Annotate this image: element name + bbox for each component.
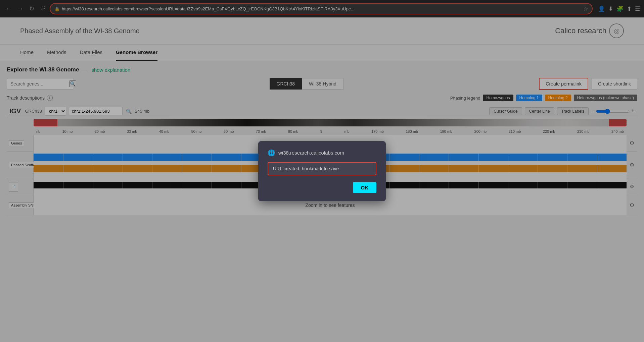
modal-ok-button[interactable]: OK xyxy=(353,182,377,193)
modal-url-box: URL created, bookmark to save xyxy=(268,162,376,175)
modal-overlay: 🌐 wi38.research.calicolabs.com URL creat… xyxy=(0,0,644,342)
modal-dialog: 🌐 wi38.research.calicolabs.com URL creat… xyxy=(258,141,386,201)
modal-globe-icon: 🌐 xyxy=(268,149,275,157)
modal-body: URL created, bookmark to save xyxy=(268,162,376,175)
modal-footer: OK xyxy=(268,182,376,193)
modal-domain: wi38.research.calicolabs.com xyxy=(278,150,344,156)
modal-header: 🌐 wi38.research.calicolabs.com xyxy=(268,149,376,157)
